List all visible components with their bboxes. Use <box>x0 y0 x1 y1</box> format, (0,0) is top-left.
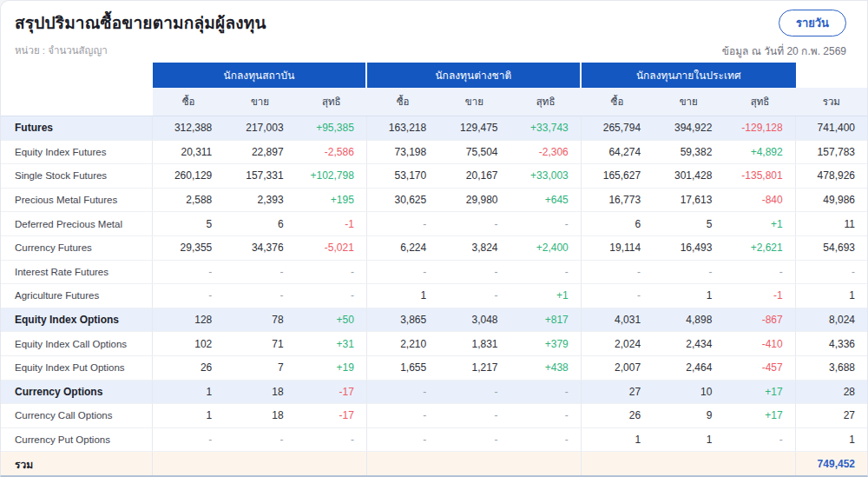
cell-value: 1 <box>367 284 438 308</box>
cell-value: - <box>438 261 510 284</box>
cell-value: 6 <box>582 212 653 235</box>
cell-value: - <box>367 404 438 427</box>
cell-value: 102 <box>153 332 224 355</box>
cell-value: 78 <box>224 308 295 332</box>
cell-value: -5,021 <box>296 236 367 260</box>
row-label: Currency Put Options <box>1 428 153 452</box>
cell-value: +645 <box>510 189 582 212</box>
group-institutional-investors: นักลงทุนสถาบัน <box>153 63 367 88</box>
cell-value: -2,586 <box>296 141 367 164</box>
cell-value: 1 <box>653 284 724 308</box>
cell-row-total: 8,024 <box>796 308 867 332</box>
table-row: Interest Rate Futures---------- <box>1 261 867 285</box>
cell-value: - <box>438 284 510 308</box>
cell-value: 27 <box>582 381 653 404</box>
cell-value: 20,311 <box>153 141 224 164</box>
cell-value: 163,218 <box>367 116 438 140</box>
cell-row-total: 3,688 <box>796 356 867 380</box>
table-group-header: นักลงทุนสถาบัน นักลงทุนต่างชาติ นักลงทุน… <box>1 63 867 88</box>
cell-value: -867 <box>724 308 795 332</box>
cell-value: -840 <box>724 189 795 212</box>
cell-value: +19 <box>296 356 367 380</box>
cell-value: - <box>438 428 510 452</box>
cell-value: 1 <box>153 381 224 404</box>
cell-value: -2,306 <box>510 141 582 164</box>
cell-value: 20,167 <box>438 164 510 188</box>
cell-value: -17 <box>296 381 367 404</box>
cell-row-total: 54,693 <box>796 236 867 260</box>
cell-value <box>582 452 653 476</box>
cell-value: +33,003 <box>510 164 582 188</box>
row-label: Equity Index Options <box>1 308 153 332</box>
cell-value: 312,388 <box>153 116 224 140</box>
col-net-domestic: สุทธิ <box>724 88 795 116</box>
col-sell-domestic: ขาย <box>653 88 724 116</box>
cell-value: -1 <box>724 284 795 308</box>
row-label: Deferred Precious Metal <box>1 212 153 235</box>
table-row: Equity Index Options12878+503,8653,048+8… <box>1 308 867 333</box>
cell-row-total: 4,336 <box>796 332 867 355</box>
cell-row-total: 11 <box>796 212 867 235</box>
cell-value: 7 <box>224 356 295 380</box>
table-row: Deferred Precious Metal56-1---65+111 <box>1 212 867 236</box>
page-title: สรุปปริมาณซื้อขายตามกลุ่มผู้ลงทุน <box>15 10 266 36</box>
cell-value: 2,024 <box>582 332 653 355</box>
cell-value: - <box>438 212 510 235</box>
cell-value: - <box>224 284 295 308</box>
cell-value: 1,831 <box>438 332 510 355</box>
cell-value <box>224 452 295 476</box>
col-buy-foreign: ซื้อ <box>367 88 438 116</box>
cell-value: - <box>582 261 653 284</box>
row-label: Currency Options <box>1 381 153 404</box>
cell-value: -457 <box>724 356 795 380</box>
cell-value <box>153 452 224 476</box>
investor-summary-card: สรุปปริมาณซื้อขายตามกลุ่มผู้ลงทุน รายวัน… <box>0 0 868 477</box>
cell-value: 26 <box>582 404 653 427</box>
cell-value: - <box>653 261 724 284</box>
cell-value: +2,621 <box>724 236 795 260</box>
cell-value: +817 <box>510 308 582 332</box>
row-label: Single Stock Futures <box>1 164 153 188</box>
cell-value: 2,588 <box>153 189 224 212</box>
subheader-label-spacer <box>1 88 153 116</box>
row-label: Interest Rate Futures <box>1 261 153 284</box>
cell-row-total: 749,452 <box>796 452 867 476</box>
cell-value: - <box>367 261 438 284</box>
cell-value: 29,980 <box>438 189 510 212</box>
cell-value: 10 <box>653 381 724 404</box>
table-row: Futures312,388217,003+95,385163,218129,4… <box>1 116 867 141</box>
cell-row-total: 28 <box>796 381 867 404</box>
table-body: Futures312,388217,003+95,385163,218129,4… <box>1 116 867 476</box>
cell-value: 2,464 <box>653 356 724 380</box>
cell-row-total: 478,926 <box>796 164 867 188</box>
row-label: Currency Futures <box>1 236 153 260</box>
group-foreign-investors: นักลงทุนต่างชาติ <box>367 63 582 88</box>
table-row: Equity Index Futures20,31122,897-2,58673… <box>1 141 867 165</box>
cell-value: - <box>367 212 438 235</box>
cell-value: 165,627 <box>582 164 653 188</box>
col-sell-institutional: ขาย <box>224 88 295 116</box>
cell-value: +4,892 <box>724 141 795 164</box>
cell-value: 128 <box>153 308 224 332</box>
row-label: Precious Metal Futures <box>1 189 153 212</box>
cell-value: - <box>153 284 224 308</box>
cell-value: 5 <box>653 212 724 235</box>
table-row: Single Stock Futures260,129157,331+102,7… <box>1 164 867 189</box>
col-buy-institutional: ซื้อ <box>153 88 224 116</box>
cell-value: 394,922 <box>653 116 724 140</box>
cell-value: 2,393 <box>224 189 295 212</box>
daily-period-button[interactable]: รายวัน <box>779 10 846 36</box>
cell-value: 217,003 <box>224 116 295 140</box>
cell-value: 6 <box>224 212 295 235</box>
cell-row-total: 49,986 <box>796 189 867 212</box>
cell-value: 1,655 <box>367 356 438 380</box>
cell-value: 19,114 <box>582 236 653 260</box>
cell-value: +17 <box>724 381 795 404</box>
cell-value: -135,801 <box>724 164 795 188</box>
cell-value: +1 <box>510 284 582 308</box>
cell-value: +95,385 <box>296 116 367 140</box>
cell-value: +438 <box>510 356 582 380</box>
table-row: Equity Index Put Options267+191,6551,217… <box>1 356 867 381</box>
col-grand-total: รวม <box>796 88 867 116</box>
cell-value: +2,400 <box>510 236 582 260</box>
